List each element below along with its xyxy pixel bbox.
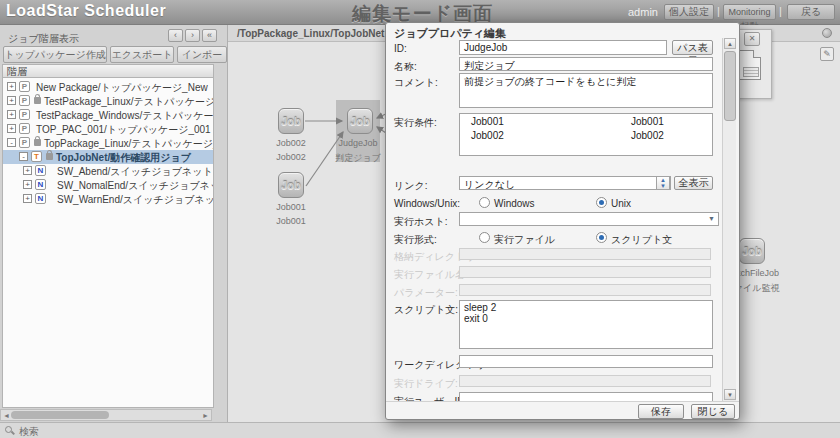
batch-file-icon[interactable] [739, 50, 761, 80]
tree-expander-icon[interactable]: + [23, 166, 32, 175]
tree-item[interactable]: + P TestPackage_Windows/テストパッケージ_Wind... [3, 108, 213, 122]
radio-script[interactable] [596, 232, 607, 243]
comment-textarea[interactable]: 前提ジョブの終了コードをもとに判定 [459, 73, 713, 108]
show-path-button[interactable]: パス表示 [672, 40, 713, 55]
close-icon[interactable]: ✕ [744, 32, 760, 46]
scrollbar-thumb[interactable] [724, 51, 736, 121]
dialog-scrollbar[interactable]: ▲ ▼ [722, 38, 736, 401]
breadcrumb: /TopPackage_Linux/TopJobNet [237, 28, 384, 39]
job-node-icon[interactable]: Job [739, 238, 765, 264]
job-hierarchy-panel: ジョブ階層表示 ‹ › « トップパッケージ作成 エクスポート インポート 階層… [0, 25, 228, 422]
tree-expander-icon[interactable]: - [19, 152, 28, 161]
nav-prev-button[interactable]: ‹ [168, 29, 183, 42]
tree-item-label: New Package/トップパッケージ_New [36, 81, 208, 95]
username-label: admin [628, 6, 658, 18]
package-icon: P [19, 81, 30, 92]
scroll-left-icon[interactable]: ◄ [2, 411, 11, 420]
tree-item[interactable]: + P TOP_PAC_001/トップパッケージ_001 [3, 122, 213, 136]
condition-cell[interactable]: Job001 [471, 116, 504, 127]
tree-item[interactable]: + N SW_WarnEnd/スイッチジョブネット 警告終... [3, 192, 213, 206]
link-select[interactable]: リンクなし [459, 176, 671, 190]
scroll-right-icon[interactable]: ► [201, 411, 210, 420]
radio-windows[interactable] [479, 197, 490, 208]
os-label: Windows/Unix: [394, 198, 460, 209]
close-button[interactable]: 閉じる [691, 404, 735, 419]
lock-icon [34, 97, 41, 104]
app-logo: LoadStar Scheduler [6, 2, 166, 20]
exec-file-label-disabled: 実行ファイル名: [394, 268, 468, 282]
node-name-label: 判定ジョブ [323, 152, 393, 165]
switch-jobnet-icon: N [35, 193, 46, 204]
nav-next-button[interactable]: › [185, 29, 200, 42]
tree-expander-icon[interactable]: + [7, 110, 16, 119]
status-indicator-icon[interactable] [822, 28, 832, 38]
back-button[interactable]: 戻る [787, 4, 835, 20]
export-button[interactable]: エクスポート [110, 46, 174, 63]
tree-expander-icon[interactable]: + [23, 194, 32, 203]
tree-expander-icon[interactable]: + [7, 82, 16, 91]
condition-cell[interactable]: Job001 [631, 116, 664, 127]
tree-item[interactable]: - P TopPackage_Linux/テストパッケージ_Linux_97 [3, 136, 213, 150]
job-node-icon[interactable]: Job [278, 172, 304, 198]
stepper-icon[interactable]: ▲ ▼ [656, 176, 670, 190]
tree-column-header: 階層 [2, 64, 214, 78]
tree-item[interactable]: + P TestPackage_Linux/テストパッケージ_Linux [3, 94, 213, 108]
package-icon: P [19, 95, 30, 106]
radio-unix-label: Unix [611, 198, 631, 209]
scroll-up-icon[interactable]: ▲ [724, 38, 736, 49]
lock-icon [46, 153, 53, 160]
id-label: ID: [394, 43, 407, 54]
condition-cell[interactable]: Job002 [471, 130, 504, 141]
tree-expander-icon[interactable]: + [7, 124, 16, 133]
import-button[interactable]: インポート [177, 46, 227, 63]
horizontal-scrollbar[interactable]: ◄ ► [0, 409, 212, 421]
tree-item[interactable]: + N SW_NomalEnd/スイッチジョブネット 正常... [3, 178, 213, 192]
tree-item[interactable]: + P New Package/トップパッケージ_New [3, 80, 213, 94]
tree-expander-icon[interactable]: + [23, 180, 32, 189]
comment-label: コメント: [394, 76, 438, 90]
tree-item-selected[interactable]: - T TopJobNet/動作確認用ジョブ [3, 150, 213, 164]
exec-format-label: 実行形式: [394, 233, 437, 247]
dialog-footer: 保存 閉じる [386, 401, 739, 420]
nav-collapse-button[interactable]: « [202, 29, 217, 42]
radio-script-label: スクリプト文 [611, 233, 672, 247]
personal-settings-button[interactable]: 個人設定 [664, 4, 714, 20]
radio-windows-label: Windows [494, 198, 535, 209]
job-node-icon[interactable]: Job [278, 108, 304, 134]
scroll-down-icon[interactable]: ▼ [724, 389, 736, 400]
tree-item-label: SW_Abend/スイッチジョブネット 異常終了系 [57, 165, 214, 179]
scrollbar-thumb[interactable] [11, 411, 109, 419]
tree-item-label: TOP_PAC_001/トップパッケージ_001 [36, 123, 211, 137]
dialog-body: ID: JudgeJob パス表示 名称: 判定ジョブ コメント: 前提ジョブの… [386, 38, 722, 401]
tree-item-label: SW_NomalEnd/スイッチジョブネット 正常... [57, 179, 214, 193]
edit-pencil-icon[interactable]: ✎ [820, 47, 834, 61]
workdir-input[interactable] [459, 355, 713, 368]
script-textarea[interactable]: sleep 2 exit 0 [459, 300, 713, 349]
save-button[interactable]: 保存 [638, 404, 684, 419]
job-node-icon-selected[interactable]: Job [347, 108, 373, 134]
search-icon[interactable] [5, 426, 12, 433]
tree-expander-icon[interactable]: + [7, 96, 16, 105]
monitoring-launch-button[interactable]: Monitoring起動 [723, 4, 776, 20]
condition-cell[interactable]: Job002 [631, 130, 664, 141]
tree-item[interactable]: + N SW_Abend/スイッチジョブネット 異常終了系 [3, 164, 213, 178]
job-property-dialog: ジョブプロパティ編集 ID: JudgeJob パス表示 名称: 判定ジョブ コ… [385, 22, 740, 420]
exec-user-input[interactable] [459, 392, 713, 401]
show-all-button[interactable]: 全表示 [674, 176, 713, 190]
store-directory-input-disabled [459, 248, 711, 260]
create-top-package-button[interactable]: トップパッケージ作成 [3, 46, 107, 63]
header-separator: | [779, 5, 782, 17]
node-name-label: Job001 [256, 216, 326, 226]
name-input[interactable]: 判定ジョブ [459, 57, 713, 71]
exec-drive-input-disabled [459, 375, 711, 387]
name-label: 名称: [394, 60, 417, 74]
search-label[interactable]: 検索 [19, 425, 39, 438]
chevron-down-icon[interactable]: ▼ [708, 215, 715, 222]
radio-exec-file[interactable] [479, 232, 490, 243]
radio-unix[interactable] [596, 197, 607, 208]
tree-expander-icon[interactable]: - [7, 138, 16, 147]
node-id-label: Job002 [256, 138, 326, 148]
exec-host-combo[interactable] [459, 212, 719, 226]
id-input[interactable]: JudgeJob [459, 40, 667, 55]
package-icon: P [19, 137, 30, 148]
